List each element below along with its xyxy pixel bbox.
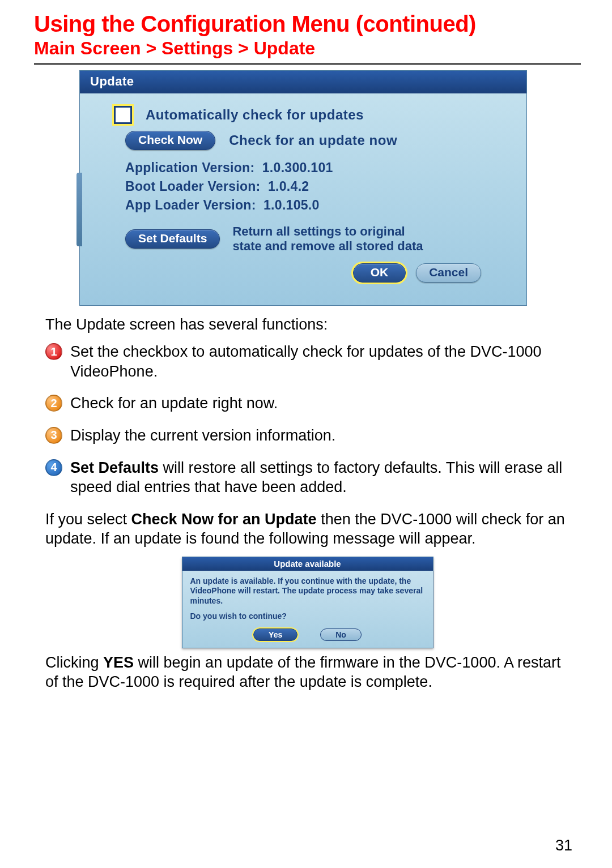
update-window: Update Automatically check for updates C… (79, 70, 527, 306)
breadcrumb: Main Screen > Settings > Update (34, 38, 581, 59)
auto-check-checkbox[interactable] (114, 106, 132, 124)
check-now-label: Check for an update now (229, 132, 397, 148)
number-1-icon: 1 (45, 343, 62, 360)
page-number: 31 (555, 837, 572, 854)
dialog-title: Update available (182, 557, 433, 571)
list-item: 1 Set the checkbox to automatically chec… (45, 342, 570, 381)
apploader-version-label: App Loader Version: (125, 198, 256, 212)
paragraph-3: Clicking YES will begin an update of the… (45, 653, 570, 692)
list-item: 2 Check for an update right now. (45, 394, 570, 413)
apploader-version-line: App Loader Version: 1.0.105.0 (125, 198, 504, 213)
boot-version-line: Boot Loader Version: 1.0.4.2 (125, 179, 504, 194)
number-3-icon: 3 (45, 427, 62, 444)
number-4-icon: 4 (45, 459, 62, 476)
item-1-text: Set the checkbox to automatically check … (70, 342, 570, 381)
update-available-dialog: Update available An update is available.… (182, 557, 434, 648)
ok-button[interactable]: OK (353, 263, 406, 283)
item-3-text: Display the current version information. (70, 426, 570, 446)
left-tab-decoration (76, 173, 82, 246)
para2-bold: Check Now for an Update (131, 511, 317, 528)
app-version-value: 1.0.300.101 (262, 160, 333, 175)
para2-pre: If you select (45, 511, 131, 528)
set-defaults-description: Return all settings to original state an… (232, 224, 423, 254)
item-4-text: Set Defaults will restore all settings t… (70, 458, 570, 497)
para3-bold: YES (103, 654, 134, 671)
item-2-text: Check for an update right now. (70, 394, 570, 413)
set-defaults-text-2: state and remove all stored data (232, 239, 423, 254)
set-defaults-text-1: Return all settings to original (232, 224, 423, 239)
app-version-label: Application Version: (125, 160, 254, 175)
update-titlebar: Update (80, 71, 526, 93)
dialog-question: Do you wish to continue? (190, 612, 425, 622)
page-title: Using the Configuration Menu (continued) (34, 11, 581, 37)
list-item: 4 Set Defaults will restore all settings… (45, 458, 570, 497)
set-defaults-button[interactable]: Set Defaults (125, 229, 220, 249)
auto-check-label: Automatically check for updates (146, 107, 364, 123)
intro-text: The Update screen has several functions: (45, 315, 570, 335)
apploader-version-value: 1.0.105.0 (264, 198, 320, 212)
item-4-bold: Set Defaults (70, 459, 159, 476)
list-item: 3 Display the current version informatio… (45, 426, 570, 446)
check-now-button[interactable]: Check Now (125, 131, 215, 150)
paragraph-2: If you select Check Now for an Update th… (45, 510, 570, 549)
para3-pre: Clicking (45, 654, 103, 671)
no-button[interactable]: No (320, 628, 362, 641)
divider (34, 63, 581, 65)
cancel-button[interactable]: Cancel (416, 263, 481, 283)
boot-version-value: 1.0.4.2 (268, 179, 309, 194)
dialog-body-text: An update is available. If you continue … (190, 576, 425, 606)
numbered-list: 1 Set the checkbox to automatically chec… (45, 342, 570, 497)
boot-version-label: Boot Loader Version: (125, 179, 261, 194)
yes-button[interactable]: Yes (253, 628, 298, 641)
number-2-icon: 2 (45, 395, 62, 412)
app-version-line: Application Version: 1.0.300.101 (125, 160, 504, 176)
